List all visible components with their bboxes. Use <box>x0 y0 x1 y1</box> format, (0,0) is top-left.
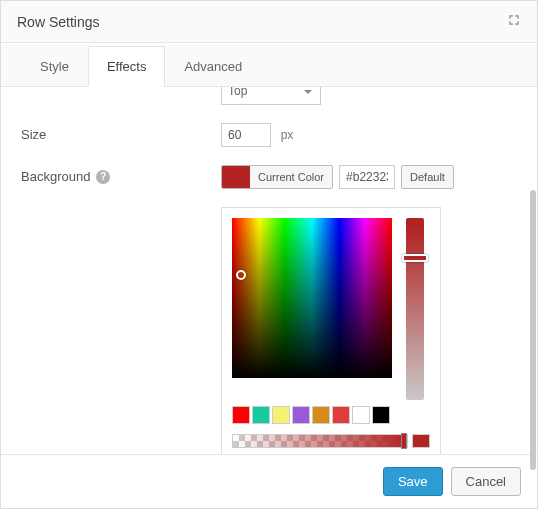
expand-icon[interactable] <box>507 13 521 30</box>
background-label: Background ? <box>21 165 221 184</box>
modal-header: Row Settings <box>1 1 537 43</box>
hex-input[interactable] <box>339 165 395 189</box>
modal-title: Row Settings <box>17 14 99 30</box>
alpha-handle[interactable] <box>401 433 407 449</box>
current-color-label: Current Color <box>250 171 332 183</box>
swatch[interactable] <box>352 406 370 424</box>
hue-handle[interactable] <box>402 254 428 262</box>
swatch[interactable] <box>232 406 250 424</box>
current-color-swatch <box>222 165 250 189</box>
alpha-slider[interactable] <box>232 434 408 448</box>
tabs: Style Effects Advanced <box>1 45 537 87</box>
tab-effects[interactable]: Effects <box>88 46 166 87</box>
modal-body: Top Size px Background ? Current Color <box>1 87 537 454</box>
sv-square[interactable] <box>232 218 392 378</box>
sv-handle[interactable] <box>236 270 246 280</box>
size-input[interactable] <box>221 123 271 147</box>
modal-footer: Save Cancel <box>1 454 537 508</box>
swatch[interactable] <box>272 406 290 424</box>
tab-advanced[interactable]: Advanced <box>165 46 261 87</box>
tab-style[interactable]: Style <box>21 46 88 87</box>
position-select-value: Top <box>228 87 247 98</box>
help-icon[interactable]: ? <box>96 170 110 184</box>
color-picker <box>221 207 441 454</box>
save-button[interactable]: Save <box>383 467 443 496</box>
scrollbar[interactable] <box>530 190 536 470</box>
default-button[interactable]: Default <box>401 165 454 189</box>
swatch[interactable] <box>252 406 270 424</box>
size-label: Size <box>21 123 221 142</box>
color-swatches <box>232 406 430 424</box>
swatch[interactable] <box>292 406 310 424</box>
position-select[interactable]: Top <box>221 87 321 105</box>
cancel-button[interactable]: Cancel <box>451 467 521 496</box>
size-unit: px <box>281 128 294 142</box>
swatch[interactable] <box>332 406 350 424</box>
current-color-button[interactable]: Current Color <box>221 165 333 189</box>
alpha-preview <box>412 434 430 448</box>
hue-slider[interactable] <box>406 218 424 400</box>
swatch[interactable] <box>372 406 390 424</box>
swatch[interactable] <box>312 406 330 424</box>
